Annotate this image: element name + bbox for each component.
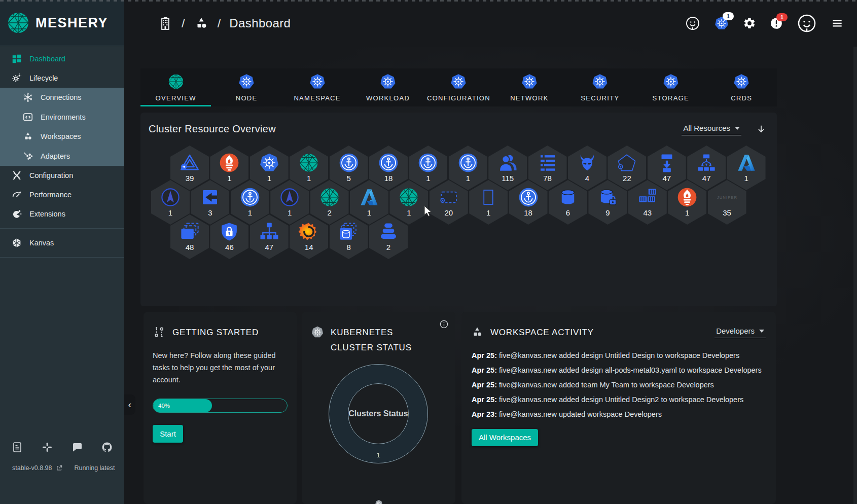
resource-count: 1 [227,174,231,183]
sidebar-item-workspaces[interactable]: Workspaces [0,127,124,147]
cylinder-icon [557,187,579,208]
cylinder-box-icon [338,221,360,242]
breadcrumb-separator: / [182,16,185,30]
resource-count: 18 [524,208,532,217]
tree-icon [259,221,280,242]
tab-overview[interactable]: OVERVIEW [140,68,211,106]
sidebar-item-performance[interactable]: Performance [0,185,124,204]
page-title[interactable]: Dashboard [229,16,291,30]
user-icon [497,152,518,173]
juniper-icon: JUNIPER [717,187,738,208]
tab-crds[interactable]: CRDS [706,68,777,106]
sidebar-item-dashboard[interactable]: Dashboard [0,49,124,68]
settings-gear-icon[interactable] [743,17,756,30]
sidebar-item-adapters[interactable]: Adapters [0,147,124,166]
dashed-rect-icon [438,187,459,208]
sidebar-item-environments[interactable]: Environments [0,107,124,127]
deployment-icon [656,152,677,173]
tab-label: NETWORK [510,94,549,102]
resource-count: 3 [208,208,212,217]
azure-icon [736,152,757,173]
kubernetes-context-icon[interactable]: 1 [714,16,729,31]
start-button[interactable]: Start [153,425,183,443]
main-content: OVERVIEWNODENAMESPACEWORKLOADCONFIGURATI… [124,47,857,504]
version-label[interactable]: stable-v0.8.98 [12,464,52,472]
adapters-icon [22,151,33,162]
prometheus-icon [219,152,240,173]
external-link-icon[interactable] [56,464,63,472]
meshery-logo-icon [6,11,30,35]
sidebar-collapse-button[interactable]: ‹ [124,394,135,415]
tab-security[interactable]: SECURITY [565,68,635,106]
performance-icon [11,189,22,200]
sidebar-item-extensions[interactable]: Extensions [0,204,124,224]
resource-count: 1 [744,174,748,183]
connections-icon [22,92,33,103]
meshery-icon [298,152,319,173]
brand-header[interactable]: MESHERY [0,0,124,46]
sidebar-item-label: Performance [29,191,72,199]
sidebar-footer: stable-v0.8.98 Running latest [0,441,124,472]
hamburger-menu-icon[interactable] [831,17,844,30]
workspace-icon[interactable] [194,16,209,31]
cluster-status-card: KUBERNETES CLUSTER STATUS Clusters Statu… [302,312,455,504]
tab-workload[interactable]: WORKLOAD [352,68,423,106]
brand-name: MESHERY [35,15,108,31]
sidebar-item-lifecycle[interactable]: Lifecycle [0,68,124,88]
notifications-icon[interactable]: 1 [770,17,783,30]
resource-count: 5 [346,174,350,183]
resource-count: 8 [346,243,350,251]
divider [0,228,124,229]
workspace-activity-card: WORKSPACE ACTIVITY Developers Apr 25: fi… [461,312,776,504]
kubernetes-icon [309,73,326,90]
sidebar-item-connections[interactable]: Connections [0,88,124,107]
scrollbar-track[interactable] [853,47,857,504]
user-avatar[interactable] [797,13,817,33]
square-arrow-icon [199,187,221,208]
tab-label: NAMESPACE [294,94,340,102]
pyramid-icon [179,152,200,173]
docs-icon[interactable] [11,441,23,453]
tab-node[interactable]: NODE [211,68,281,106]
donut-center-label: Clusters Status [348,383,409,444]
tab-network[interactable]: NETWORK [494,68,564,106]
tab-namespace[interactable]: NAMESPACE [282,68,352,106]
azure-icon [359,187,380,208]
all-workspaces-button[interactable]: All Workspaces [472,429,538,446]
tab-configuration[interactable]: CONFIGURATION [423,68,494,106]
shield-lock-icon [219,221,240,242]
window-edge-dots [0,0,857,2]
workspace-filter-select[interactable]: Developers [715,326,766,338]
info-icon[interactable] [439,319,449,329]
github-icon[interactable] [101,441,113,453]
organization-icon[interactable] [158,16,173,31]
meshmate-icon[interactable] [685,16,700,31]
configuration-icon [11,170,22,181]
resource-count: 1 [168,208,172,217]
forum-icon[interactable] [71,441,83,453]
activity-entry: Apr 25: five@kanvas.new added design Unt… [472,348,766,363]
cert-manager-icon [338,152,360,173]
cert-manager-icon [518,187,539,208]
replicaset-icon [696,152,717,173]
slack-icon[interactable] [41,441,53,453]
breadcrumb-separator: / [218,16,221,30]
kubernetes-icon [379,73,397,90]
meshery-dashboard: MESHERY DashboardLifecycleConnectionsEnv… [0,0,857,504]
cert-manager-icon [239,187,261,208]
sidebar-item-label: Extensions [29,210,65,218]
sidebar-item-configuration[interactable]: Configuration [0,166,124,185]
kubernetes-icon [450,73,467,90]
getting-started-description: New here? Follow along these guided task… [153,349,288,386]
sidebar: MESHERY DashboardLifecycleConnectionsEnv… [0,0,124,504]
environments-icon [22,112,33,123]
resource-count: 1 [307,174,311,183]
activity-entry: Apr 25: five@kanvas.new added design all… [472,363,766,378]
resource-count: 1 [288,208,292,217]
sidebar-item-label: Environments [41,113,86,121]
tab-storage[interactable]: STORAGE [635,68,706,106]
sidebar-kanvas-section: Kanvas [0,233,124,253]
sidebar-item-label: Connections [41,93,82,101]
active-tab-underline [140,105,211,106]
sidebar-item-kanvas[interactable]: Kanvas [0,233,124,253]
